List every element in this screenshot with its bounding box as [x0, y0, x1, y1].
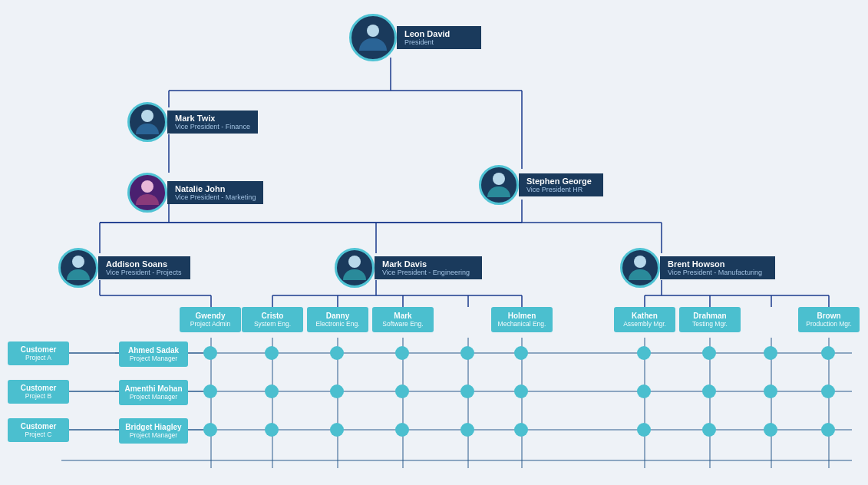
dot [460, 384, 474, 398]
dot [460, 423, 474, 437]
dot [203, 423, 217, 437]
gwendy-box: Gwendy Project Admin [180, 307, 241, 332]
cristo-box: Cristo System Eng. [242, 307, 303, 332]
mark-davis-avatar [335, 248, 375, 288]
brown-box: Brown Production Mgr. [798, 307, 860, 332]
dot [395, 384, 409, 398]
mark-twix-info: Mark Twix Vice President - Finance [167, 111, 258, 134]
stephen-info: Stephen George Vice President HR [519, 173, 603, 196]
dot [702, 423, 716, 437]
dot [821, 346, 835, 360]
brent-avatar [620, 248, 660, 288]
natalie-node: Natalie John Vice President - Marketing [127, 173, 263, 213]
dot [395, 423, 409, 437]
dot [637, 384, 651, 398]
natalie-info: Natalie John Vice President - Marketing [167, 181, 263, 204]
dot [203, 346, 217, 360]
brent-info: Brent Howson Vice President - Manufactur… [660, 256, 775, 279]
leon-avatar [349, 14, 397, 61]
dot [460, 346, 474, 360]
leon-info: Leon David President [397, 26, 481, 49]
dot [637, 346, 651, 360]
mark-davis-node: Mark Davis Vice President - Engineering [335, 248, 482, 288]
addison-info: Addison Soans Vice President - Projects [98, 256, 190, 279]
dot [764, 384, 777, 398]
dot [764, 423, 777, 437]
dot [330, 346, 344, 360]
dot [203, 384, 217, 398]
bridget-box: Bridget Hiagley Project Manager [119, 418, 188, 444]
dot [821, 384, 835, 398]
dot [514, 384, 528, 398]
mark-davis-info: Mark Davis Vice President - Engineering [375, 256, 482, 279]
brent-node: Brent Howson Vice President - Manufactur… [620, 248, 775, 288]
addison-node: Addison Soans Vice President - Projects [58, 248, 190, 288]
connectors-svg [0, 0, 868, 485]
ahmed-box: Ahmed Sadak Project Manager [119, 341, 188, 367]
dot [265, 346, 279, 360]
dot [265, 384, 279, 398]
drahman-box: Drahman Testing Mgr. [679, 307, 741, 332]
dot [702, 384, 716, 398]
dot [637, 423, 651, 437]
stephen-avatar [479, 165, 519, 205]
dot [395, 346, 409, 360]
kathen-box: Kathen Assembly Mgr. [614, 307, 675, 332]
dot [514, 346, 528, 360]
danny-box: Danny Electronic Eng. [307, 307, 368, 332]
dot [330, 423, 344, 437]
stephen-node: Stephen George Vice President HR [479, 165, 603, 205]
holmen-box: Holmen Mechanical Eng. [491, 307, 553, 332]
addison-avatar [58, 248, 98, 288]
mark-twix-avatar [127, 102, 167, 142]
dot [764, 346, 777, 360]
customer-a-box: Customer Project A [8, 341, 69, 365]
leon-node: Leon David President [349, 14, 481, 61]
mark-se-box: Mark Software Eng. [372, 307, 434, 332]
natalie-avatar [127, 173, 167, 213]
org-chart: Leon David President Mark Twix Vice Pres… [0, 0, 868, 485]
dot [330, 384, 344, 398]
amenthi-box: Amenthi Mohan Project Manager [119, 380, 188, 405]
dot [514, 423, 528, 437]
dot [265, 423, 279, 437]
customer-b-box: Customer Project B [8, 380, 69, 404]
dot [821, 423, 835, 437]
customer-c-box: Customer Project C [8, 418, 69, 442]
dot [702, 346, 716, 360]
mark-twix-node: Mark Twix Vice President - Finance [127, 102, 258, 142]
